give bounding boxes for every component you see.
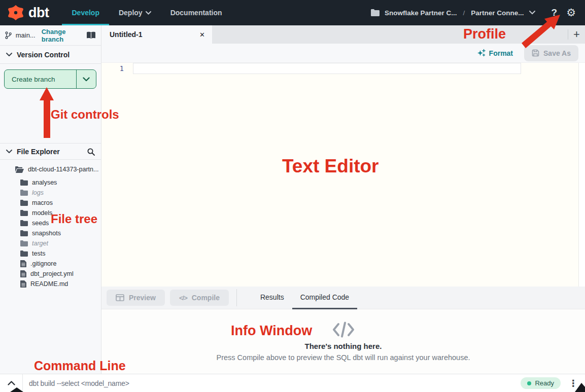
nav-documentation[interactable]: Documentation — [161, 0, 232, 25]
tree-item[interactable]: logs — [0, 188, 101, 198]
nav-deploy[interactable]: Deploy — [109, 0, 161, 25]
chevron-down-icon — [146, 11, 151, 15]
results-label: Results — [260, 293, 284, 301]
folder-icon — [20, 230, 28, 236]
compile-button[interactable]: </> Compile — [170, 290, 229, 306]
folder-icon — [20, 210, 28, 216]
branch-bar: main... Change branch — [0, 25, 101, 46]
info-window: Preview </> Compile Results Compiled Cod… — [101, 287, 585, 374]
folder-open-icon — [15, 166, 24, 173]
nav-deploy-label: Deploy — [119, 9, 143, 17]
tab-compiled-code[interactable]: Compiled Code — [292, 287, 358, 309]
gear-icon[interactable]: ⚙ — [566, 7, 576, 19]
folder-icon — [371, 9, 380, 16]
tree-item-label: seeds — [32, 220, 49, 227]
nav-develop-label: Develop — [72, 9, 99, 17]
tree-item-label: snapshots — [32, 230, 61, 237]
tree-item[interactable]: snapshots — [0, 228, 101, 238]
tree-item-label: README.md — [30, 280, 68, 288]
folder-icon — [20, 190, 28, 196]
tree-item-label: models — [32, 209, 52, 217]
tree-item[interactable]: dbt_project.yml — [0, 269, 101, 279]
editor-scrollbar-gutter[interactable] — [578, 63, 585, 287]
tab-untitled-1[interactable]: Untitled-1 ✕ — [101, 25, 212, 44]
tree-item[interactable]: macros — [0, 198, 101, 208]
chevron-down-icon[interactable] — [529, 11, 535, 15]
tree-item[interactable]: README.md — [0, 279, 101, 289]
create-branch-caret[interactable] — [76, 70, 96, 88]
save-icon — [532, 49, 539, 57]
folder-icon — [20, 220, 28, 226]
file-explorer-header[interactable]: File Explorer — [0, 143, 101, 160]
tree-item-label: analyses — [32, 179, 57, 186]
help-button[interactable]: ? — [540, 7, 562, 18]
command-line-bar: Ready ⋮ — [0, 374, 585, 392]
tree-item-label: dbt_project.yml — [30, 270, 74, 277]
connection-name[interactable]: Partner Conne... — [471, 9, 524, 17]
folder-icon — [20, 251, 28, 257]
top-header: dbt Develop Deploy Documentation Snowfla… — [0, 0, 585, 25]
save-as-button[interactable]: Save As — [524, 45, 578, 61]
file-explorer-title: File Explorer — [17, 148, 60, 156]
tree-item[interactable]: tests — [0, 248, 101, 259]
nav-develop[interactable]: Develop — [62, 0, 109, 25]
file-tree: dbt-cloud-114373-partn... analyses — [0, 163, 101, 289]
editor-toolbar: Format Save As — [101, 44, 585, 63]
folder-icon — [20, 180, 28, 186]
command-input[interactable] — [23, 379, 521, 387]
editor-panel: Untitled-1 ✕ + Format — [101, 25, 585, 374]
format-label: Format — [489, 49, 513, 57]
status-badge: Ready — [521, 377, 561, 389]
version-control-header[interactable]: Version Control — [0, 46, 101, 64]
tab-results[interactable]: Results — [252, 287, 292, 309]
create-branch-button[interactable]: Create branch — [4, 69, 96, 89]
tree-item[interactable]: target — [0, 238, 101, 248]
git-branch-icon — [5, 31, 12, 40]
tree-item-label: macros — [32, 199, 53, 206]
tree-item-label: dbt-cloud-114373-partn... — [28, 166, 98, 173]
format-button[interactable]: Format — [477, 49, 513, 57]
tree-item[interactable]: seeds — [0, 218, 101, 228]
file-icon — [20, 270, 26, 277]
code-brackets-icon — [332, 322, 355, 338]
text-editor[interactable]: 1 — [101, 63, 585, 287]
chevron-down-icon — [83, 77, 90, 82]
status-label: Ready — [535, 379, 554, 387]
close-icon[interactable]: ✕ — [199, 31, 205, 39]
folder-icon — [20, 200, 28, 206]
preview-button[interactable]: Preview — [107, 290, 165, 306]
search-icon[interactable] — [87, 148, 95, 156]
table-icon — [116, 294, 124, 301]
preview-label: Preview — [129, 294, 156, 302]
current-branch[interactable]: main... — [16, 31, 36, 39]
docs-book-icon[interactable] — [86, 31, 96, 39]
tree-item-label: target — [32, 240, 48, 247]
dbt-cloud-ide: dbt Develop Deploy Documentation Snowfla… — [0, 0, 585, 392]
folder-icon — [20, 240, 28, 246]
kebab-menu-icon[interactable]: ⋮ — [568, 378, 585, 389]
empty-state: There's nothing here. Press Compile abov… — [101, 309, 585, 374]
sidebar: main... Change branch Version Control Cr… — [0, 25, 101, 374]
tree-item[interactable]: dbt-cloud-114373-partn... — [0, 163, 101, 175]
change-branch-link[interactable]: Change branch — [42, 28, 82, 43]
chevron-up-icon[interactable] — [0, 374, 23, 392]
tree-item[interactable]: analyses — [0, 177, 101, 188]
tab-strip-filler — [212, 25, 568, 44]
brand-name: dbt — [28, 5, 49, 21]
file-icon — [20, 260, 26, 267]
create-branch-label[interactable]: Create branch — [5, 70, 76, 88]
tree-item[interactable]: .gitignore — [0, 259, 101, 269]
save-as-label: Save As — [543, 49, 571, 57]
editor-surface[interactable] — [101, 63, 585, 287]
nav-documentation-label: Documentation — [170, 9, 222, 17]
project-name[interactable]: Snowflake Partner C... — [385, 9, 457, 17]
file-icon — [20, 280, 26, 288]
info-window-header: Preview </> Compile Results Compiled Cod… — [101, 287, 585, 309]
tree-item[interactable]: models — [0, 208, 101, 218]
new-tab-button[interactable]: + — [568, 25, 585, 44]
empty-state-title: There's nothing here. — [305, 342, 382, 350]
chevron-down-icon — [6, 53, 12, 57]
dbt-logo[interactable]: dbt — [0, 0, 62, 25]
status-dot — [527, 381, 531, 385]
chevron-down-icon — [6, 150, 12, 154]
